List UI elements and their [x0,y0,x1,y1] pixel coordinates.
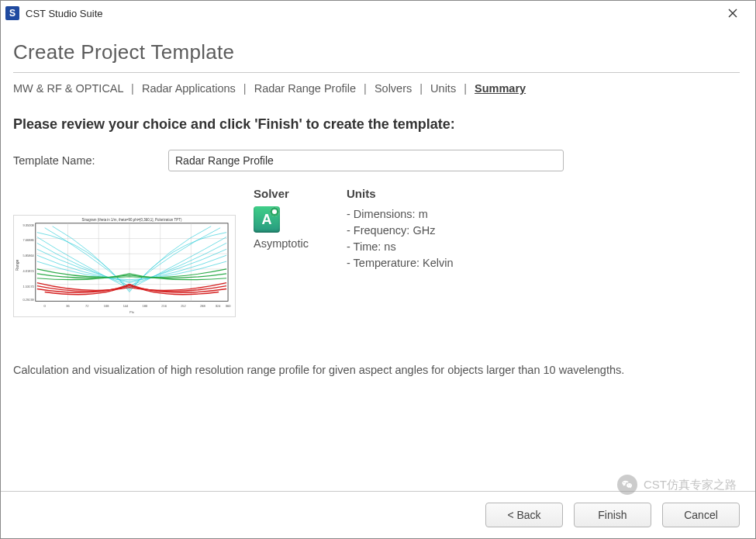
breadcrumb-item[interactable]: Solvers [375,82,412,95]
svg-text:0.29239: 0.29239 [23,298,34,302]
solver-column: Solver A Asymptotic [254,187,347,317]
svg-text:180: 180 [143,304,148,308]
svg-text:Sinogram (theta in 1/m, theta=: Sinogram (theta in 1/m, theta=90,phi=[0,… [81,218,181,222]
solver-icon-letter: A [262,212,272,228]
breadcrumb-sep: | [464,82,467,95]
svg-text:Range: Range [16,260,19,271]
svg-text:4.01874: 4.01874 [23,269,35,273]
close-icon[interactable] [716,1,749,26]
template-name-input[interactable] [168,150,564,171]
breadcrumb-sep: | [419,82,423,95]
cancel-button[interactable]: Cancel [662,503,740,527]
dialog-footer: < Back Finish Cancel [1,491,755,538]
divider [13,72,740,73]
watermark-text: CST仿真专家之路 [644,478,737,492]
breadcrumb-item[interactable]: Units [430,82,456,95]
breadcrumb-sep: | [131,82,134,95]
solver-heading: Solver [254,187,347,200]
units-item: - Temperature: Kelvin [347,255,740,271]
template-description: Calculation and visualization of high re… [13,362,727,378]
svg-rect-0 [14,216,233,315]
breadcrumb-item-active[interactable]: Summary [475,82,526,95]
template-name-label: Template Name: [13,154,168,167]
units-item: - Frequency: GHz [347,223,740,239]
template-thumbnail-area: 9.35008 7.66886 5.85864 4.01874 1.53170 … [13,187,254,317]
svg-text:252: 252 [181,304,186,308]
asymptotic-solver-icon: A [254,206,280,233]
svg-text:9.35008: 9.35008 [23,223,35,227]
units-heading: Units [347,187,740,200]
svg-text:324: 324 [216,304,221,308]
svg-text:Phi: Phi [129,310,134,314]
units-item: - Time: ns [347,239,740,255]
content-area: Create Project Template MW & RF & OPTICA… [1,26,755,378]
solver-name: Asymptotic [254,237,347,250]
breadcrumb-sep: | [243,82,247,95]
breadcrumb: MW & RF & OPTICAL | Radar Applications |… [13,82,740,95]
svg-text:72: 72 [85,304,88,308]
units-list: - Dimensions: m - Frequency: GHz - Time:… [347,206,740,271]
svg-text:216: 216 [161,304,167,308]
template-name-row: Template Name: [13,150,740,171]
units-item: - Dimensions: m [347,206,740,223]
svg-text:7.66886: 7.66886 [23,238,35,242]
page-title: Create Project Template [13,40,740,64]
breadcrumb-item[interactable]: Radar Range Profile [254,82,356,95]
window-title: CST Studio Suite [26,8,102,19]
back-button[interactable]: < Back [485,503,563,527]
app-icon: S [5,6,19,20]
svg-text:360: 360 [226,304,231,308]
svg-text:5.85864: 5.85864 [23,254,35,257]
svg-text:108: 108 [104,304,109,308]
finish-button[interactable]: Finish [574,503,651,527]
breadcrumb-sep: | [364,82,367,95]
svg-text:144: 144 [123,304,129,308]
range-profile-chart-thumbnail: 9.35008 7.66886 5.85864 4.01874 1.53170 … [13,215,236,317]
dialog-window: S CST Studio Suite Create Project Templa… [0,0,756,539]
titlebar: S CST Studio Suite [1,1,755,26]
section-heading: Please review your choice and click 'Fin… [13,116,740,133]
svg-text:288: 288 [200,304,205,308]
svg-text:1.53170: 1.53170 [23,285,35,289]
summary-columns: 9.35008 7.66886 5.85864 4.01874 1.53170 … [13,187,740,317]
breadcrumb-item[interactable]: MW & RF & OPTICAL [13,82,123,95]
units-column: Units - Dimensions: m - Frequency: GHz -… [347,187,740,317]
breadcrumb-item[interactable]: Radar Applications [142,82,236,95]
